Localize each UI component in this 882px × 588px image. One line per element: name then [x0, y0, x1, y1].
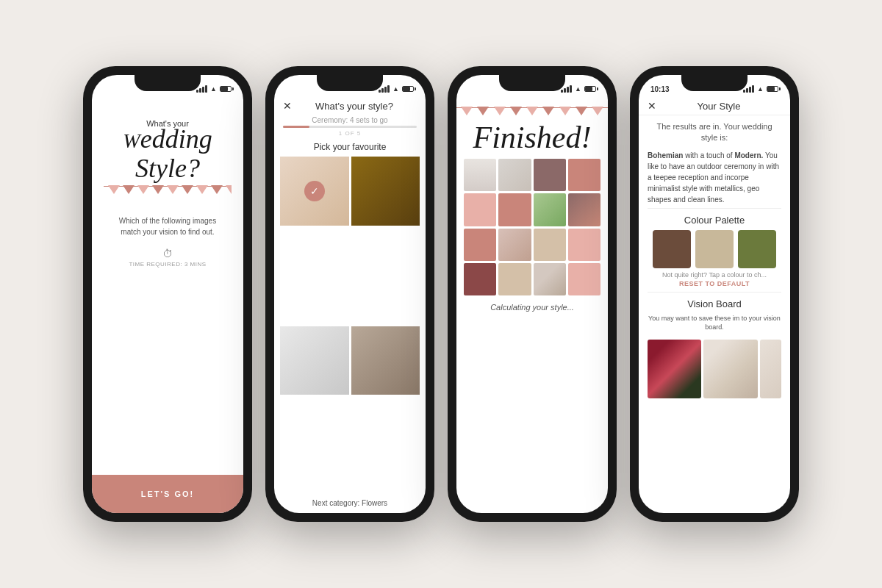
- close-button-2[interactable]: ✕: [283, 100, 292, 112]
- results-body: The results are in. Your wedding style i…: [639, 115, 790, 513]
- battery-icon: [220, 86, 232, 92]
- wifi-icon-2: ▲: [392, 85, 399, 93]
- vision-board-title: Vision Board: [648, 293, 781, 314]
- mosaic-cell-1: [464, 159, 496, 191]
- phone-4: 10:13 ▲ ✕ Your Style: [630, 66, 799, 522]
- phone2-title: What's your style?: [292, 101, 417, 112]
- style-image-1[interactable]: ✓: [280, 157, 349, 226]
- phone-3: ▲: [448, 66, 617, 522]
- phone1-content: What's your Wedding Style?: [92, 97, 243, 513]
- mosaic-cell-9: [464, 229, 496, 261]
- time-required: TIME REQUIRED: 3 MINS: [129, 261, 206, 268]
- mosaic-cell-13: [464, 263, 496, 295]
- status-icons-1: ▲: [196, 85, 232, 93]
- pick-favourite-label: Pick your favourite: [274, 139, 426, 157]
- swatch-brown[interactable]: [653, 230, 691, 268]
- phone-notch-4: [681, 75, 747, 91]
- battery-icon-2: [402, 86, 414, 92]
- welcome-title: Wedding Style?: [104, 125, 232, 183]
- mosaic-cell-10: [498, 229, 531, 261]
- phone-notch-3: [499, 75, 565, 91]
- battery-icon-4: [767, 86, 778, 92]
- photo-mosaic: [456, 159, 608, 295]
- phone-notch: [135, 75, 201, 91]
- style-description: Bohemian with a touch of Modern. You lik…: [648, 147, 781, 209]
- status-icons-4: ▲: [743, 85, 778, 93]
- status-time-4: 10:13: [650, 85, 670, 93]
- mosaic-cell-2: [498, 159, 531, 191]
- phone-notch-2: [317, 75, 383, 91]
- clock-icon: ⏱: [162, 248, 173, 259]
- next-category-label: Next category: Flowers: [274, 493, 426, 513]
- vision-image-partial: [760, 340, 781, 398]
- selected-checkmark: ✓: [304, 181, 325, 201]
- mosaic-cell-4: [568, 159, 600, 191]
- phone2-header: ✕ What's your style?: [274, 97, 426, 115]
- category-label: Ceremony: 4 sets to go: [274, 115, 426, 126]
- reset-default-button[interactable]: RESET TO DEFAULT: [648, 280, 781, 293]
- close-button-4[interactable]: ✕: [648, 100, 656, 112]
- colour-palette: [648, 230, 781, 268]
- vision-board-text: You may want to save these im to your vi…: [648, 314, 781, 335]
- phone4-title: Your Style: [656, 101, 781, 112]
- mosaic-cell-5: [464, 193, 496, 226]
- phone4-header: ✕ Your Style: [639, 97, 790, 115]
- phone-2: ▲ ✕ What's your style? Ceremony: 4 sets …: [265, 66, 434, 522]
- bunting-decoration-1: [104, 183, 232, 201]
- vision-image-1[interactable]: [648, 340, 701, 398]
- wifi-icon: ▲: [210, 85, 217, 93]
- phone3-content: Finished!: [456, 97, 608, 513]
- wifi-icon-4: ▲: [757, 85, 764, 93]
- vision-board-images: [648, 340, 781, 398]
- status-icons-3: ▲: [561, 85, 596, 93]
- style-name: Bohemian: [648, 151, 683, 159]
- mosaic-cell-6: [498, 193, 531, 226]
- mosaic-cell-3: [534, 159, 566, 191]
- style-image-grid: ✓: [274, 157, 426, 493]
- wifi-icon-3: ▲: [575, 85, 581, 93]
- mosaic-cell-16: [568, 263, 600, 295]
- finished-title: Finished!: [473, 122, 592, 153]
- battery-icon-3: [584, 86, 596, 92]
- style-image-3[interactable]: [280, 326, 349, 395]
- mosaic-cell-11: [534, 229, 566, 261]
- swatch-tan[interactable]: [695, 230, 734, 268]
- step-indicator: 1 OF 5: [274, 128, 426, 139]
- welcome-body: Which of the following images match your…: [104, 215, 232, 237]
- mosaic-cell-7: [534, 193, 566, 226]
- status-icons-2: ▲: [379, 85, 414, 93]
- style-image-4[interactable]: [351, 326, 420, 395]
- lets-go-button[interactable]: LET'S GO!: [92, 475, 243, 513]
- calculating-text: Calculating your style...: [490, 303, 574, 312]
- swatch-olive[interactable]: [738, 230, 776, 268]
- mosaic-cell-15: [534, 263, 566, 295]
- vision-image-2[interactable]: [703, 340, 757, 398]
- mosaic-cell-12: [568, 229, 600, 261]
- mosaic-cell-14: [498, 263, 531, 295]
- not-quite-right-text: Not quite right? Tap a colour to ch...: [648, 271, 781, 279]
- mosaic-cell-8: [568, 193, 600, 226]
- style-image-2[interactable]: [351, 157, 420, 226]
- colour-palette-title: Colour Palette: [648, 209, 781, 230]
- results-intro: The results are in. Your wedding style i…: [648, 115, 781, 147]
- bunting-decoration-3: [456, 104, 608, 122]
- phone-1: ▲ What's your Wedding Style?: [83, 66, 252, 522]
